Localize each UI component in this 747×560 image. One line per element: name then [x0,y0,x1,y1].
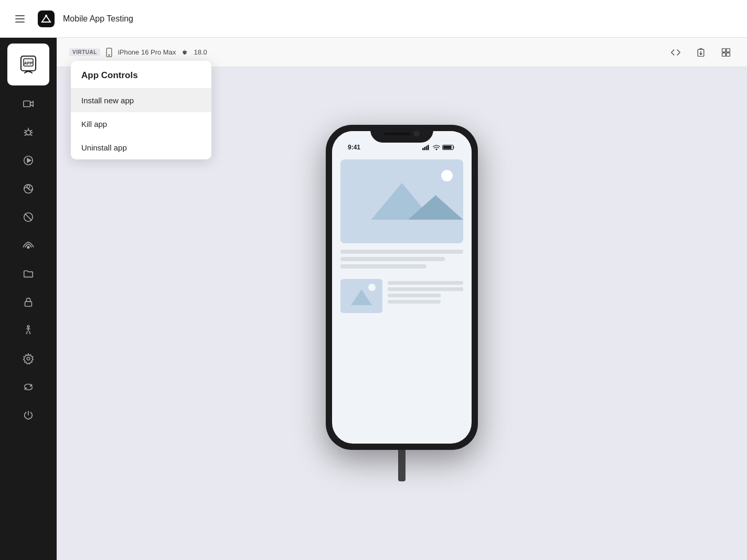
svg-point-17 [27,326,29,328]
phone-line-3 [340,264,426,268]
svg-rect-0 [15,15,25,16]
kill-app-item[interactable]: Kill app [71,112,211,136]
sidebar-item-power[interactable] [12,403,45,428]
phone-wrapper: 9:41 [326,125,478,481]
sidebar-item-video[interactable] [12,91,45,116]
top-bar: Mobile App Testing [0,0,747,38]
status-icons [422,144,456,150]
svg-marker-11 [27,158,30,162]
svg-point-30 [436,149,437,150]
sidebar-item-signal[interactable] [12,233,45,258]
sidebar-item-security[interactable] [12,289,45,315]
os-version: 18.0 [194,48,207,56]
phone-cable [398,450,405,481]
phone-image-large [340,159,463,243]
phone-icon [105,48,113,57]
card-line-4 [388,300,441,304]
code-button[interactable] [667,44,684,61]
app-controls-dropdown: App Controls Install new app Kill app Un… [71,61,211,159]
phone-notch [370,125,433,143]
uninstall-app-item[interactable]: Uninstall app [71,136,211,159]
placeholder-mountain-svg [340,159,463,243]
app-title: Mobile App Testing [63,14,133,24]
phone-content [332,154,472,318]
sidebar-item-network[interactable] [12,176,45,201]
screenshot-button[interactable] [692,44,709,61]
phone-card-mountain-svg [340,279,382,313]
signal-bars-icon [422,144,431,150]
svg-rect-32 [443,146,452,149]
svg-rect-16 [25,301,32,306]
sidebar: APP [0,0,57,560]
svg-point-15 [27,246,29,249]
sidebar-item-app-controls[interactable]: APP [7,44,49,85]
svg-rect-22 [722,48,726,52]
app-controls-icon: APP [18,54,39,75]
phone-time: 9:41 [348,144,360,151]
phone-body: 9:41 [326,125,478,450]
card-line-1 [388,281,463,285]
sidebar-item-media[interactable] [12,148,45,173]
svg-rect-1 [15,18,25,19]
phone-text-lines [340,250,463,268]
svg-rect-25 [727,52,730,56]
svg-point-4 [45,15,47,17]
install-app-item[interactable]: Install new app [71,89,211,112]
logo-icon [37,9,56,28]
sidebar-item-settings[interactable] [12,346,45,371]
battery-icon [442,144,456,150]
sidebar-item-folder[interactable] [12,261,45,286]
svg-rect-8 [24,101,30,107]
svg-point-9 [26,130,30,135]
sidebar-item-block[interactable] [12,204,45,230]
device-info: VIRTUAL iPhone 16 Pro Max 18.0 [69,48,207,57]
device-control-button[interactable] [718,44,734,61]
svg-rect-2 [15,21,25,23]
card-line-2 [388,287,463,291]
svg-point-20 [109,55,110,56]
sidebar-item-refresh[interactable] [12,374,45,400]
front-camera [413,131,420,137]
svg-rect-24 [722,52,726,56]
phone-line-1 [340,250,463,254]
dynamic-island [384,133,410,135]
card-line-3 [388,294,441,297]
svg-rect-26 [422,148,424,150]
svg-line-14 [25,214,32,221]
sidebar-item-accessibility[interactable] [12,318,45,343]
svg-rect-27 [424,147,425,150]
device-actions [667,44,734,61]
phone-screen[interactable]: 9:41 [332,131,472,444]
sidebar-item-bug[interactable] [12,120,45,145]
svg-text:APP: APP [24,61,33,66]
dropdown-title: App Controls [71,61,211,89]
hamburger-icon [15,15,25,23]
virtual-badge: VIRTUAL [69,48,100,56]
svg-rect-29 [428,145,429,150]
wifi-icon [433,144,440,150]
menu-button[interactable] [10,9,29,28]
svg-rect-28 [426,146,428,150]
apple-icon [181,49,188,56]
svg-point-37 [368,284,376,291]
phone-card-thumbnail [340,279,382,313]
device-name: iPhone 16 Pro Max [118,48,176,56]
svg-rect-3 [38,10,55,27]
svg-rect-23 [727,48,730,52]
phone-card-text-lines [388,279,463,306]
phone-line-2 [340,257,445,261]
svg-point-18 [27,357,30,360]
phone-card-row [340,279,463,313]
